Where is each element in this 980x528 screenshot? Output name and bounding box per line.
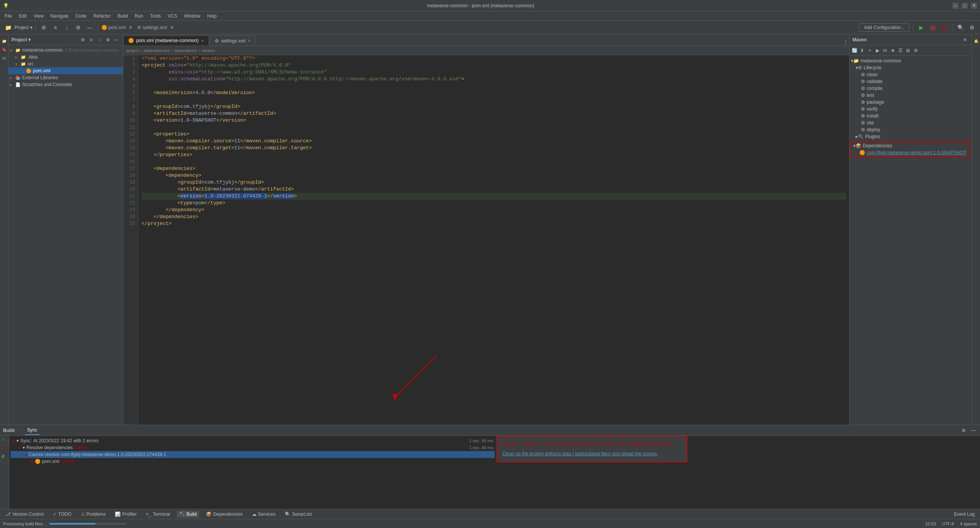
maven-add-btn[interactable]: + bbox=[866, 47, 873, 54]
maven-btn-cols[interactable]: ⊞ bbox=[905, 47, 911, 54]
minimize-button[interactable]: ─ bbox=[952, 3, 959, 9]
maven-refresh-btn[interactable]: 🔄 bbox=[851, 47, 858, 54]
status-tab-problems[interactable]: ⚠ Problems bbox=[78, 511, 108, 518]
title-bar: 💡 metaverse-common - pom.xml (metaverse-… bbox=[0, 0, 980, 11]
maven-verify[interactable]: ⚙ verify bbox=[849, 106, 972, 112]
maven-plugins-item[interactable]: ▸ 🔌 Plugins bbox=[849, 133, 972, 140]
project-panel-sort-btn[interactable]: ↕ bbox=[96, 36, 103, 43]
tab-pom-close[interactable]: ✕ bbox=[201, 39, 204, 43]
tree-item-root[interactable]: ▾ 📁 metaverse-common E:\Project2\metaver… bbox=[8, 47, 123, 54]
maven-install[interactable]: ⚙ install bbox=[849, 112, 972, 119]
bottom-panel-close-btn[interactable]: — bbox=[970, 427, 977, 434]
tree-item-scratches[interactable]: ▸ 📄 Scratches and Consoles bbox=[8, 81, 123, 88]
status-tab-profiler[interactable]: 📊 Profiler bbox=[113, 511, 139, 518]
close-button[interactable]: ✕ bbox=[971, 3, 977, 9]
status-tab-todo[interactable]: ✓ TODO bbox=[51, 511, 74, 518]
maven-run-btn[interactable]: ▶ bbox=[874, 47, 881, 54]
project-dropdown[interactable]: 📁 bbox=[3, 23, 13, 33]
bottom-tab-sync[interactable]: Sync bbox=[25, 426, 40, 435]
status-tab-sonarlint[interactable]: 🔍 SonarLint bbox=[283, 511, 314, 518]
build-sync-item[interactable]: ● ▾ Sync: At 2023/3/22 19:42 with 2 erro… bbox=[11, 437, 495, 444]
tree-item-external-libs[interactable]: ▸ 📚 External Libraries bbox=[8, 74, 123, 81]
left-strip-bookmark-icon[interactable]: 🔖 bbox=[1, 46, 8, 53]
maven-compile[interactable]: ⚙ compile bbox=[849, 85, 972, 92]
tree-item-src[interactable]: ▾ 📁 src bbox=[8, 60, 123, 67]
tab-settings-xml[interactable]: ⚙ settings.xml ✕ bbox=[210, 36, 256, 46]
status-tab-dependencies[interactable]: 📦 Dependencies bbox=[204, 511, 245, 518]
menu-run[interactable]: Run bbox=[132, 13, 146, 20]
bottom-icon-1[interactable]: ✓ bbox=[1, 437, 8, 444]
status-tab-build[interactable]: 🔨 Build bbox=[177, 511, 199, 518]
run-button[interactable]: ▶ bbox=[916, 23, 926, 33]
toolbar-btn-1[interactable]: ⚙ bbox=[39, 23, 49, 33]
menu-file[interactable]: File bbox=[2, 13, 15, 20]
maven-btn-star[interactable]: ★ bbox=[889, 47, 896, 54]
code-line-13: <maven.compiler.source>11</maven.compile… bbox=[142, 138, 846, 145]
maven-clean[interactable]: ⚙ clean bbox=[849, 71, 972, 78]
right-strip-notifications-icon[interactable]: 🔔 bbox=[973, 37, 980, 44]
maven-package[interactable]: ⚙ package bbox=[849, 99, 972, 106]
menu-edit[interactable]: Edit bbox=[16, 13, 30, 20]
code-content[interactable]: <?xml version="1.0" encoding="UTF-8"?> <… bbox=[139, 55, 849, 425]
status-tab-services[interactable]: ☁ Services bbox=[250, 511, 278, 518]
tab-settings-close[interactable]: ✕ bbox=[248, 39, 251, 43]
project-panel-settings-btn[interactable]: ⚙ bbox=[79, 36, 86, 43]
maven-site-label: site bbox=[867, 120, 874, 125]
toolbar-btn-5[interactable]: — bbox=[85, 23, 95, 33]
toolbar-btn-3[interactable]: ↓ bbox=[62, 23, 72, 33]
left-strip-structure-icon[interactable]: 🗂 bbox=[1, 54, 8, 61]
maven-dependencies-item[interactable]: ▾ 📦 Dependencies bbox=[852, 142, 969, 149]
maven-deploy[interactable]: ⚙ deploy bbox=[849, 126, 972, 133]
breadcrumb-bar: project › dependencies › dependency › ve… bbox=[123, 46, 849, 55]
menu-build[interactable]: Build bbox=[114, 13, 131, 20]
debug-button[interactable]: 🐞 bbox=[928, 23, 938, 33]
maven-root-item[interactable]: ▾ 📁 metaverse-common bbox=[849, 57, 972, 64]
tab-pom-xml[interactable]: 🟠 pom.xml (metaverse-common) ✕ bbox=[123, 36, 209, 46]
maven-site[interactable]: ⚙ site bbox=[849, 119, 972, 126]
settings-toolbar-button[interactable]: ⚙ bbox=[967, 23, 977, 33]
project-panel-gear-btn[interactable]: ⚙ bbox=[105, 36, 111, 43]
maven-panel-close-btn[interactable]: ✕ bbox=[962, 36, 969, 43]
code-editor[interactable]: 1 2 3 4 5 6 7 8 9 10 11 12 13 14 15 16 1 bbox=[123, 55, 849, 425]
status-tab-event-log[interactable]: Event Log bbox=[952, 511, 977, 518]
maven-btn-m[interactable]: m bbox=[882, 47, 889, 54]
tree-item-idea[interactable]: ▸ 📁 .idea bbox=[8, 54, 123, 60]
toolbar-btn-2[interactable]: ≡ bbox=[51, 23, 60, 33]
maven-btn-filter[interactable]: ☰ bbox=[897, 47, 904, 54]
bottom-icon-3[interactable]: ↺ bbox=[1, 454, 8, 461]
status-bar-left: Processing build files... bbox=[3, 521, 126, 526]
left-strip-project-icon[interactable]: 📁 bbox=[1, 37, 8, 44]
maven-lifecycle-item[interactable]: ▾ ⚙ Lifecycle bbox=[849, 64, 972, 71]
project-label[interactable]: Project ▾ bbox=[15, 25, 33, 30]
menu-navigate[interactable]: Navigate bbox=[47, 13, 72, 20]
menu-refactor[interactable]: Refactor bbox=[90, 13, 114, 20]
add-configuration-button[interactable]: Add Configuration... bbox=[859, 23, 910, 32]
menu-vcs[interactable]: VCS bbox=[165, 13, 180, 20]
build-cannot-resolve-item[interactable]: ● Cannot resolve com.tfjybj:metaverse-de… bbox=[11, 451, 495, 458]
menu-help[interactable]: Help bbox=[204, 13, 220, 20]
status-tab-version-control[interactable]: ⎇ Version Control bbox=[3, 511, 46, 518]
maven-download-btn[interactable]: ⬇ bbox=[859, 47, 866, 54]
error-popup-fix-link[interactable]: Clean up the broken artifacts data (.las… bbox=[502, 451, 681, 456]
status-tab-terminal[interactable]: >_ Terminal bbox=[144, 511, 172, 518]
menu-window[interactable]: Window bbox=[181, 13, 204, 20]
menu-view[interactable]: View bbox=[31, 13, 47, 20]
maven-test[interactable]: ⚙ test bbox=[849, 92, 972, 99]
menu-tools[interactable]: Tools bbox=[147, 13, 164, 20]
bottom-panel-settings-btn[interactable]: ⚙ bbox=[960, 427, 967, 434]
menu-code[interactable]: Code bbox=[72, 13, 90, 20]
project-panel-close-btn[interactable]: — bbox=[113, 36, 120, 43]
maven-validate[interactable]: ⚙ validate bbox=[849, 78, 972, 85]
build-pom-item[interactable]: ● 🟠 pom.xml 1 error bbox=[11, 458, 495, 465]
search-toolbar-button[interactable]: 🔍 bbox=[956, 23, 965, 33]
editor-panel-menu-btn[interactable]: ⋮ bbox=[842, 39, 849, 46]
maven-btn-settings[interactable]: ⚙ bbox=[912, 47, 919, 54]
toolbar-btn-4[interactable]: ⚙ bbox=[74, 23, 83, 33]
build-resolve-item[interactable]: ● ▾ Resolve dependencies 1 error 1 sec, … bbox=[11, 444, 495, 451]
maximize-button[interactable]: □ bbox=[962, 3, 968, 9]
project-panel-collapse-btn[interactable]: ≡ bbox=[88, 36, 95, 43]
stop-button[interactable]: ■ bbox=[939, 23, 949, 33]
maven-dep-item[interactable]: 🟠 com.tfjybj:metaverse-demo:pom:1.0-SNAP… bbox=[852, 149, 969, 156]
bottom-icon-2[interactable]: ✕ bbox=[1, 446, 8, 453]
tree-item-pom[interactable]: 🟠 pom.xml bbox=[8, 67, 123, 74]
